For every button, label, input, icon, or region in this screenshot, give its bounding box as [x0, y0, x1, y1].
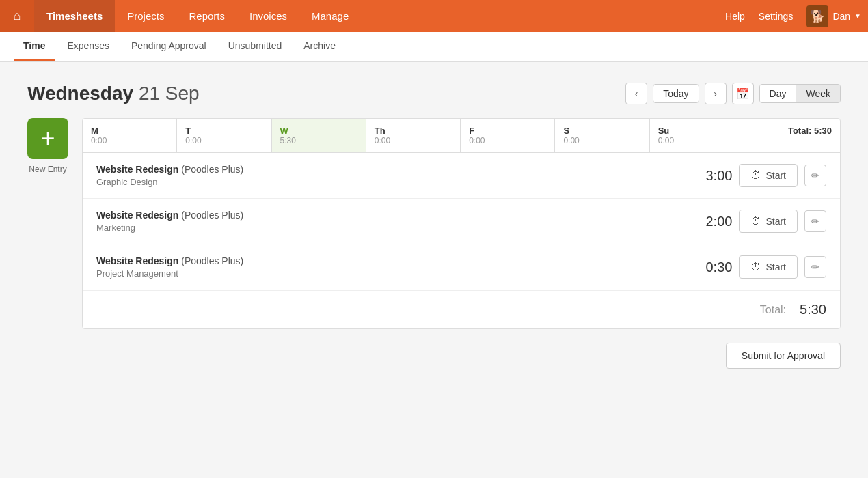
- entry-time: 2:00: [691, 214, 732, 229]
- entry-right: 2:00 ⏱ Start ✏: [691, 210, 826, 233]
- entry-project: Website Redesign (Poodles Plus): [96, 210, 691, 221]
- submit-button[interactable]: Submit for Approval: [726, 343, 841, 369]
- next-button[interactable]: ›: [705, 83, 727, 104]
- week-header: M 0:00 T 0:00 W 5:30 Th 0:00 F 0:00: [83, 119, 840, 153]
- date-title: Wednesday 21 Sep: [27, 83, 200, 104]
- entry-project: Website Redesign (Poodles Plus): [96, 164, 691, 175]
- nav-item-projects[interactable]: Projects: [115, 0, 176, 32]
- nav-item-invoices[interactable]: Invoices: [237, 0, 299, 32]
- tab-archive[interactable]: Archive: [294, 40, 345, 61]
- start-button-0[interactable]: ⏱ Start: [739, 164, 798, 187]
- timesheet-table: M 0:00 T 0:00 W 5:30 Th 0:00 F 0:00: [82, 118, 841, 329]
- total-row: Total: 5:30: [83, 290, 840, 328]
- entry-project: Website Redesign (Poodles Plus): [96, 255, 691, 266]
- settings-link[interactable]: Settings: [759, 11, 794, 22]
- tab-time[interactable]: Time: [14, 40, 55, 61]
- clock-icon: ⏱: [750, 261, 761, 273]
- calendar-button[interactable]: 📅: [732, 83, 754, 104]
- week-day-tue: T 0:00: [177, 119, 271, 152]
- tab-expenses[interactable]: Expenses: [57, 40, 118, 61]
- sub-nav: Time Expenses Pending Approval Unsubmitt…: [0, 32, 868, 62]
- week-day-sun: Su 0:00: [650, 119, 744, 152]
- new-entry-icon: +: [27, 118, 68, 159]
- entry-task: Project Management: [96, 268, 691, 279]
- table-row: Website Redesign (Poodles Plus) Marketin…: [83, 199, 840, 244]
- week-view-button[interactable]: Week: [796, 85, 840, 102]
- entry-info: Website Redesign (Poodles Plus) Graphic …: [96, 164, 691, 187]
- nav-links: Timesheets Projects Reports Invoices Man…: [34, 0, 725, 32]
- week-day-thu: Th 0:00: [366, 119, 461, 152]
- nav-item-manage[interactable]: Manage: [299, 0, 361, 32]
- nav-right: Help Settings 🐕 Dan ▼: [725, 5, 868, 27]
- submit-area: Submit for Approval: [27, 343, 841, 369]
- total-value: 5:30: [800, 302, 826, 318]
- timesheet-container: + New Entry M 0:00 T 0:00 W 5:30: [27, 118, 841, 329]
- tab-pending-approval[interactable]: Pending Approval: [122, 40, 216, 61]
- avatar-icon: 🐕: [810, 9, 825, 24]
- entry-time: 3:00: [691, 168, 732, 184]
- view-toggle: Day Week: [759, 84, 841, 103]
- table-row: Website Redesign (Poodles Plus) Project …: [83, 244, 840, 290]
- entry-task: Marketing: [96, 223, 691, 233]
- clock-icon: ⏱: [750, 169, 761, 182]
- entry-info: Website Redesign (Poodles Plus) Marketin…: [96, 210, 691, 233]
- edit-icon: ✏: [811, 170, 819, 181]
- main-content: Wednesday 21 Sep ‹ Today › 📅 Day Week: [0, 62, 868, 478]
- edit-button-0[interactable]: ✏: [804, 165, 826, 186]
- user-menu[interactable]: 🐕 Dan ▼: [806, 5, 861, 27]
- today-button[interactable]: Today: [653, 84, 699, 103]
- nav-item-reports[interactable]: Reports: [176, 0, 237, 32]
- edit-button-2[interactable]: ✏: [804, 256, 826, 278]
- week-total: Total: 5:30: [744, 119, 840, 152]
- new-entry-label: New Entry: [29, 165, 66, 174]
- week-day-wed: W 5:30: [272, 119, 366, 152]
- help-link[interactable]: Help: [725, 11, 745, 22]
- home-button[interactable]: ⌂: [0, 0, 34, 32]
- avatar: 🐕: [806, 5, 828, 27]
- entry-task: Graphic Design: [96, 177, 691, 187]
- home-icon: ⌂: [14, 9, 21, 23]
- start-button-1[interactable]: ⏱ Start: [739, 210, 798, 233]
- top-nav: ⌂ Timesheets Projects Reports Invoices M…: [0, 0, 868, 32]
- entry-right: 3:00 ⏱ Start ✏: [691, 164, 826, 187]
- week-day-mon: M 0:00: [83, 119, 177, 152]
- date-controls: ‹ Today › 📅 Day Week: [625, 83, 841, 104]
- calendar-icon: 📅: [736, 87, 750, 100]
- week-day-sat: S 0:00: [555, 119, 649, 152]
- edit-icon: ✏: [811, 216, 819, 227]
- week-day-fri: F 0:00: [461, 119, 555, 152]
- table-row: Website Redesign (Poodles Plus) Graphic …: [83, 153, 840, 199]
- clock-icon: ⏱: [750, 215, 761, 227]
- user-name: Dan: [832, 11, 850, 22]
- day-name: Wednesday: [27, 83, 133, 104]
- nav-item-timesheets[interactable]: Timesheets: [34, 0, 115, 32]
- entry-time: 0:30: [691, 259, 732, 275]
- date-header: Wednesday 21 Sep ‹ Today › 📅 Day Week: [27, 83, 841, 104]
- new-entry-button[interactable]: + New Entry: [27, 118, 68, 174]
- chevron-down-icon: ▼: [854, 12, 861, 20]
- total-label: Total:: [760, 304, 786, 316]
- start-button-2[interactable]: ⏱ Start: [739, 255, 798, 279]
- day-date: 21 Sep: [139, 83, 200, 104]
- entry-right: 0:30 ⏱ Start ✏: [691, 255, 826, 279]
- day-view-button[interactable]: Day: [760, 85, 797, 102]
- tab-unsubmitted[interactable]: Unsubmitted: [219, 40, 292, 61]
- edit-icon: ✏: [811, 262, 819, 272]
- edit-button-1[interactable]: ✏: [804, 210, 826, 232]
- prev-button[interactable]: ‹: [625, 83, 647, 104]
- entry-info: Website Redesign (Poodles Plus) Project …: [96, 255, 691, 279]
